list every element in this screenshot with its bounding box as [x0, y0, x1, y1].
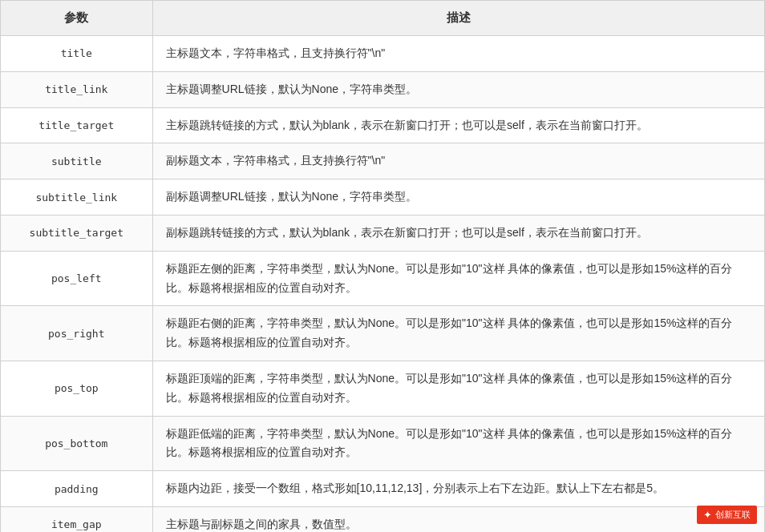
table-row: pos_right标题距右侧的距离，字符串类型，默认为None。可以是形如"10…: [1, 306, 765, 361]
table-row: title_link主标题调整URL链接，默认为None，字符串类型。: [1, 71, 765, 107]
table-row: title主标题文本，字符串格式，且支持换行符"\n": [1, 36, 765, 72]
param-cell: item_gap: [1, 506, 153, 532]
desc-cell: 主标题调整URL链接，默认为None，字符串类型。: [152, 71, 764, 107]
table-row: subtitle_target副标题跳转链接的方式，默认为blank，表示在新窗…: [1, 215, 765, 251]
param-cell: subtitle_link: [1, 179, 153, 216]
param-cell: title_target: [1, 107, 153, 143]
desc-cell: 标题距左侧的距离，字符串类型，默认为None。可以是形如"10"这样 具体的像素…: [152, 251, 764, 306]
col-header-desc: 描述: [152, 1, 764, 36]
main-container: 参数 描述 title主标题文本，字符串格式，且支持换行符"\n"title_l…: [0, 0, 765, 532]
table-row: subtitle副标题文本，字符串格式，且支持换行符"\n": [1, 143, 765, 179]
watermark: ✦ 创新互联: [697, 506, 757, 524]
param-cell: padding: [1, 471, 153, 507]
table-row: subtitle_link副标题调整URL链接，默认为None，字符串类型。: [1, 179, 765, 216]
desc-cell: 标题距顶端的距离，字符串类型，默认为None。可以是形如"10"这样 具体的像素…: [152, 361, 764, 416]
desc-cell: 副标题调整URL链接，默认为None，字符串类型。: [152, 179, 764, 216]
desc-cell: 主标题文本，字符串格式，且支持换行符"\n": [152, 36, 764, 72]
watermark-icon: ✦: [703, 509, 712, 521]
params-table: 参数 描述 title主标题文本，字符串格式，且支持换行符"\n"title_l…: [0, 0, 765, 532]
table-row: item_gap主标题与副标题之间的家具，数值型。: [1, 506, 765, 532]
param-cell: pos_bottom: [1, 416, 153, 471]
desc-cell: 主标题与副标题之间的家具，数值型。: [152, 506, 764, 532]
table-row: padding标题内边距，接受一个数组，格式形如[10,11,12,13]，分别…: [1, 471, 765, 507]
desc-cell: 标题内边距，接受一个数组，格式形如[10,11,12,13]，分别表示上右下左边…: [152, 471, 764, 507]
table-header-row: 参数 描述: [1, 1, 765, 36]
table-row: pos_left标题距左侧的距离，字符串类型，默认为None。可以是形如"10"…: [1, 251, 765, 306]
table-row: pos_bottom标题距低端的距离，字符串类型，默认为None。可以是形如"1…: [1, 416, 765, 471]
param-cell: pos_top: [1, 361, 153, 416]
col-header-param: 参数: [1, 1, 153, 36]
param-cell: pos_right: [1, 306, 153, 361]
table-row: title_target主标题跳转链接的方式，默认为blank，表示在新窗口打开…: [1, 107, 765, 143]
param-cell: pos_left: [1, 251, 153, 306]
param-cell: subtitle: [1, 143, 153, 179]
watermark-text: 创新互联: [715, 509, 751, 521]
table-row: pos_top标题距顶端的距离，字符串类型，默认为None。可以是形如"10"这…: [1, 361, 765, 416]
param-cell: title_link: [1, 71, 153, 107]
param-cell: subtitle_target: [1, 215, 153, 251]
desc-cell: 标题距低端的距离，字符串类型，默认为None。可以是形如"10"这样 具体的像素…: [152, 416, 764, 471]
desc-cell: 主标题跳转链接的方式，默认为blank，表示在新窗口打开；也可以是self，表示…: [152, 107, 764, 143]
desc-cell: 副标题跳转链接的方式，默认为blank，表示在新窗口打开；也可以是self，表示…: [152, 215, 764, 251]
desc-cell: 标题距右侧的距离，字符串类型，默认为None。可以是形如"10"这样 具体的像素…: [152, 306, 764, 361]
param-cell: title: [1, 36, 153, 72]
desc-cell: 副标题文本，字符串格式，且支持换行符"\n": [152, 143, 764, 179]
